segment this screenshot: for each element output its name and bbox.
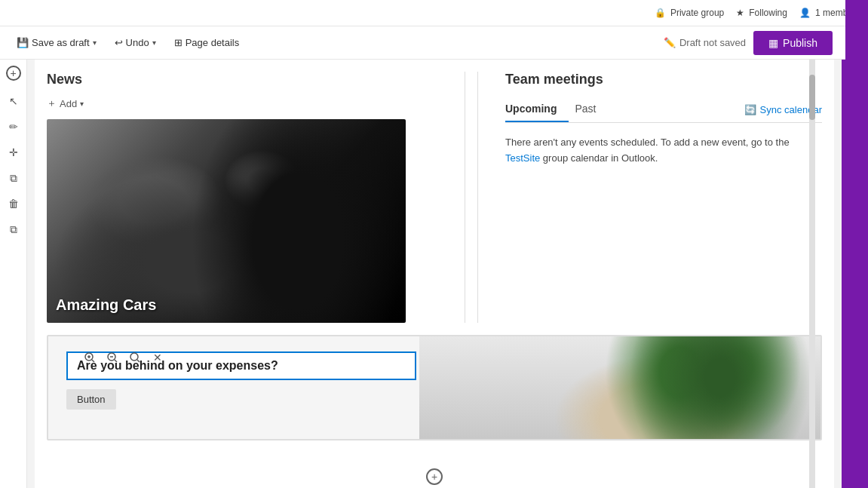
news-title: News	[47, 72, 449, 87]
top-bar: 🔒 Private group ★ Following 👤 1 member	[0, 0, 868, 26]
page-canvas: News ＋ Add ▾ Amazing Cars Team meeting	[35, 60, 834, 488]
save-draft-button[interactable]: 💾 Save as draft ▾	[9, 32, 104, 53]
tab-upcoming[interactable]: Upcoming	[505, 97, 569, 122]
svg-line-3	[92, 360, 94, 362]
toolbar-left: 💾 Save as draft ▾ ↩ Undo ▾ ⊞ Page detail…	[9, 32, 664, 53]
content-area: News ＋ Add ▾ Amazing Cars Team meeting	[27, 60, 842, 488]
add-section-bottom-button[interactable]: +	[426, 468, 443, 485]
zoom-in-button[interactable]	[80, 348, 100, 367]
right-purple-bar	[845, 0, 868, 488]
select-tool-button[interactable]: ↖	[2, 90, 25, 112]
toolbar: 💾 Save as draft ▾ ↩ Undo ▾ ⊞ Page detail…	[0, 26, 868, 60]
site-link[interactable]: TestSite	[505, 152, 540, 164]
team-meetings-column: Team meetings Upcoming Past 🔄 Sync calen…	[490, 72, 822, 323]
cta-button-label: Button	[77, 394, 106, 405]
star-icon: ★	[736, 8, 744, 18]
team-meetings-title: Team meetings	[505, 72, 822, 87]
save-icon: 💾	[17, 37, 29, 48]
duplicate-tool-button[interactable]: ⧉	[2, 218, 25, 241]
news-image-caption: Amazing Cars	[56, 296, 156, 314]
layers-tool-button[interactable]: ⧉	[2, 167, 25, 189]
edit-icon: ✏️	[664, 37, 676, 48]
svg-point-7	[130, 353, 138, 361]
draft-status: ✏️ Draft not saved	[664, 37, 746, 48]
sync-icon: 🔄	[744, 104, 756, 115]
zoom-in-icon	[84, 351, 96, 364]
redo-chevron-icon: ▾	[152, 38, 156, 47]
car-image-bg	[47, 119, 406, 323]
svg-line-6	[115, 360, 117, 362]
add-label: Add	[60, 98, 77, 109]
scroll-thumb[interactable]	[809, 75, 815, 120]
undo-button[interactable]: ↩ Undo ▾	[107, 32, 164, 53]
add-section-button[interactable]: +	[6, 66, 21, 81]
publish-label: Publish	[783, 37, 817, 49]
no-events-text: There aren't any events scheduled. To ad…	[505, 137, 790, 148]
tab-past[interactable]: Past	[575, 97, 608, 122]
no-events-suffix: group calendar in Outlook.	[540, 152, 658, 164]
chevron-down-icon: ▾	[93, 38, 97, 47]
following-label: Following	[749, 8, 787, 18]
move-tool-button[interactable]: ✛	[2, 141, 25, 164]
svg-line-8	[137, 360, 140, 362]
no-events-message: There aren't any events scheduled. To ad…	[505, 135, 822, 167]
publish-icon: ▦	[768, 37, 778, 49]
person-icon: 👤	[799, 8, 811, 18]
zoom-reset-icon	[129, 351, 141, 364]
edit-tool-button[interactable]: ✏	[2, 115, 25, 138]
bottom-add-section: +	[426, 468, 443, 485]
news-add-row[interactable]: ＋ Add ▾	[47, 97, 449, 110]
meetings-tabs: Upcoming Past 🔄 Sync calendar	[505, 97, 822, 123]
left-sidebar: + ↖ ✏ ✛ ⧉ 🗑 ⧉	[0, 60, 27, 488]
zoom-close-button[interactable]: ✕	[148, 348, 167, 367]
news-image: Amazing Cars	[47, 119, 406, 323]
undo-label: Undo	[126, 37, 149, 48]
save-draft-label: Save as draft	[32, 37, 90, 48]
column-divider	[477, 72, 478, 323]
add-icon: ＋	[47, 97, 57, 110]
page-details-button[interactable]: ⊞ Page details	[167, 32, 247, 53]
details-icon: ⊞	[174, 37, 182, 48]
lock-icon: 🔒	[655, 8, 666, 18]
zoom-reset-button[interactable]	[125, 348, 145, 367]
two-column-section: News ＋ Add ▾ Amazing Cars Team meeting	[47, 72, 822, 323]
main-layout: + ↖ ✏ ✛ ⧉ 🗑 ⧉ News ＋ Add ▾	[0, 60, 868, 488]
plant-image-bg	[419, 336, 820, 439]
publish-button[interactable]: ▦ Publish	[753, 31, 833, 55]
cta-button[interactable]: Button	[66, 389, 116, 410]
zoom-out-icon	[106, 351, 118, 364]
following-group[interactable]: ★ Following	[736, 8, 787, 18]
add-chevron-icon: ▾	[80, 100, 84, 108]
group-info: 🔒 Private group	[655, 8, 724, 18]
page-details-label: Page details	[186, 37, 240, 48]
zoom-toolbar: ✕	[80, 348, 167, 367]
group-label: Private group	[670, 8, 724, 18]
news-column: News ＋ Add ▾ Amazing Cars	[47, 72, 465, 323]
draft-status-text: Draft not saved	[679, 37, 746, 48]
toolbar-right: ✏️ Draft not saved ▦ Publish ⤢	[664, 31, 859, 55]
delete-tool-button[interactable]: 🗑	[2, 192, 25, 215]
undo-icon: ↩	[115, 37, 123, 48]
scrollbar[interactable]	[809, 60, 815, 488]
zoom-out-button[interactable]	[103, 348, 122, 367]
plant-image	[419, 336, 820, 439]
